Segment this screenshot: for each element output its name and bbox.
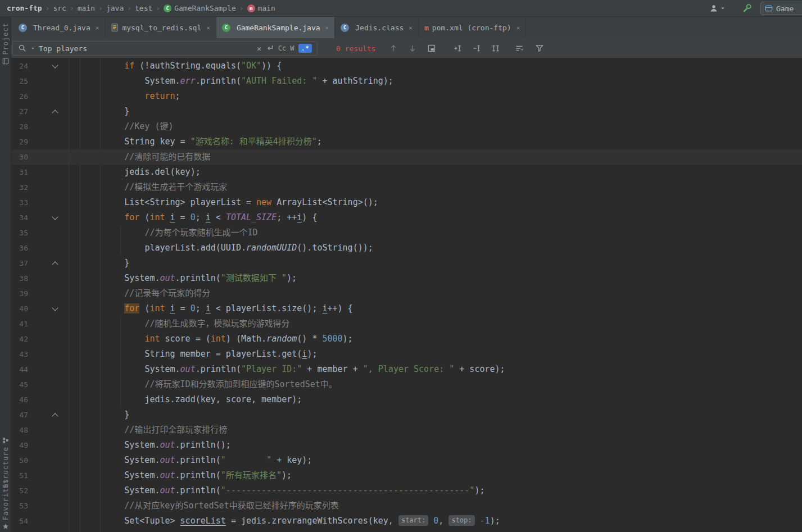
breadcrumb-item-class[interactable]: C GameRankSample — [164, 4, 236, 12]
breadcrumb-item-module[interactable]: cron-ftp — [7, 4, 42, 12]
code-line: 28 //Key (键) — [11, 119, 802, 134]
line-number: 48 — [11, 422, 31, 438]
line-number: 37 — [11, 256, 31, 271]
previous-occurrence-button[interactable] — [389, 38, 398, 58]
tab-pom-xml[interactable]: m pom.xml (cron-ftp) ✕ — [419, 17, 526, 38]
line-number: 27 — [11, 104, 31, 119]
add-occurrence-button[interactable] — [453, 38, 462, 58]
close-icon[interactable]: ✕ — [325, 24, 329, 31]
tab-gameranksample-java[interactable]: C GameRankSample.java ✕ — [216, 17, 335, 38]
search-input[interactable]: Top players ✕ Cc W .* — [12, 41, 318, 56]
code-editor[interactable]: 24 if (!authString.equals("OK")) {25 Sys… — [11, 58, 802, 532]
line-number: 28 — [11, 119, 31, 134]
code-token: ; — [196, 212, 206, 222]
line-number: 53 — [11, 498, 31, 513]
code-line: 48 //输出打印全部玩家排行榜 — [11, 422, 802, 438]
ide-window: cron-ftp › src › main › java › test › C … — [0, 0, 802, 532]
code-token: < — [211, 212, 226, 222]
run-configuration-selector[interactable]: Game — [760, 2, 802, 15]
breadcrumb-separator-icon: › — [66, 4, 78, 12]
gutter — [31, 210, 69, 225]
fold-toggle-icon[interactable] — [52, 110, 58, 116]
gutter — [31, 529, 69, 532]
words-toggle[interactable]: W — [290, 44, 294, 52]
code-line-text: //清除可能的已有数据 — [69, 149, 802, 165]
close-icon[interactable]: ✕ — [409, 24, 413, 31]
next-occurrence-button[interactable] — [408, 38, 417, 58]
select-all-occurrences-button[interactable] — [491, 38, 500, 58]
code-token: playerList.add(UUID. — [144, 243, 246, 253]
code-line-text: int score = (int) (Math.random() * 5000)… — [69, 331, 802, 347]
tab-thread-0-java[interactable]: C Thread_0.java ✕ — [13, 17, 105, 38]
breadcrumb-item-src[interactable]: src — [53, 4, 66, 12]
code-line: 46 jedis.zadd(key, score, member); — [11, 392, 802, 407]
line-number: 24 — [11, 58, 31, 74]
gutter — [31, 392, 69, 407]
code-token — [84, 258, 124, 268]
code-token: out — [160, 273, 175, 283]
gutter — [31, 58, 69, 74]
fold-toggle-icon[interactable] — [52, 304, 58, 311]
breadcrumb-item-test[interactable]: test — [135, 4, 152, 12]
fold-toggle-icon[interactable] — [52, 261, 58, 267]
editor-tab-bar: C Thread_0.java ✕ mysql_to_redis.sql ✕ C… — [11, 17, 802, 38]
tool-window-button-project[interactable]: Project — [0, 22, 11, 65]
gutter — [31, 271, 69, 286]
search-history-chevron-icon[interactable] — [31, 47, 35, 50]
fold-toggle-icon[interactable] — [52, 413, 58, 419]
code-token: i — [170, 212, 175, 222]
code-line-text: jedis.zadd(key, score, member); — [69, 392, 802, 407]
tab-mysql-to-redis-sql[interactable]: mysql_to_redis.sql ✕ — [105, 17, 216, 38]
code-token: ( — [139, 212, 149, 222]
breadcrumb-item-java[interactable]: java — [106, 4, 124, 12]
search-options-button[interactable] — [515, 38, 524, 58]
code-token: //Key (键) — [124, 121, 173, 131]
code-line-text: //记录每个玩家的得分 — [69, 286, 802, 301]
code-token: ArrayList<String>(); — [271, 197, 378, 207]
close-icon[interactable]: ✕ — [516, 24, 520, 31]
code-token: (!authString.equals( — [134, 61, 241, 71]
breadcrumb-item-method[interactable]: m main — [247, 4, 275, 12]
code-token: scoreList — [180, 516, 226, 526]
code-line-text: System.out.println("测试数据如下 "); — [69, 271, 802, 286]
clear-search-icon[interactable]: ✕ — [257, 44, 261, 53]
code-token: System. — [124, 440, 160, 450]
code-line: 33 List<String> playerList = new ArrayLi… — [11, 195, 802, 210]
match-case-toggle[interactable]: Cc — [278, 44, 286, 52]
code-token: out — [160, 455, 175, 465]
remove-occurrence-button[interactable] — [472, 38, 481, 58]
breadcrumb-separator-icon: › — [42, 4, 53, 12]
tool-window-button-favorites[interactable]: Favorites — [0, 479, 11, 530]
code-token — [84, 197, 124, 207]
code-token: ) { — [302, 212, 317, 222]
close-icon[interactable]: ✕ — [206, 24, 210, 31]
code-token: System. — [124, 485, 160, 495]
breadcrumb-item-main[interactable]: main — [78, 4, 95, 12]
close-icon[interactable]: ✕ — [96, 24, 99, 31]
filter-search-button[interactable] — [535, 38, 544, 58]
fold-toggle-icon[interactable] — [52, 62, 58, 68]
line-number: 34 — [11, 210, 31, 225]
code-token: " " — [221, 455, 271, 465]
quick-fix-button[interactable] — [742, 0, 752, 17]
gutter — [31, 286, 69, 301]
fold-toggle-icon[interactable] — [52, 213, 58, 220]
gutter — [31, 483, 69, 498]
favorites-stripe-label: Favorites — [2, 479, 10, 520]
user-account-button[interactable] — [709, 0, 725, 17]
gutter — [31, 180, 69, 195]
code-line-text: } — [69, 104, 802, 119]
add-occurrence-icon — [453, 44, 462, 53]
tab-jedis-class[interactable]: C Jedis.class ✕ — [335, 17, 419, 38]
insert-newline-icon[interactable] — [265, 44, 274, 52]
open-results-in-new-window-button[interactable] — [427, 38, 436, 58]
regex-toggle[interactable]: .* — [298, 44, 312, 53]
code-token — [84, 470, 124, 480]
code-token: } — [124, 106, 129, 116]
code-area[interactable]: 24 if (!authString.equals("OK")) {25 Sys… — [11, 58, 802, 532]
code-token: //清除可能的已有数据 — [124, 152, 210, 162]
code-token: out — [160, 470, 175, 480]
line-number: 26 — [11, 89, 31, 104]
line-number: 44 — [11, 362, 31, 377]
code-token — [84, 212, 124, 222]
